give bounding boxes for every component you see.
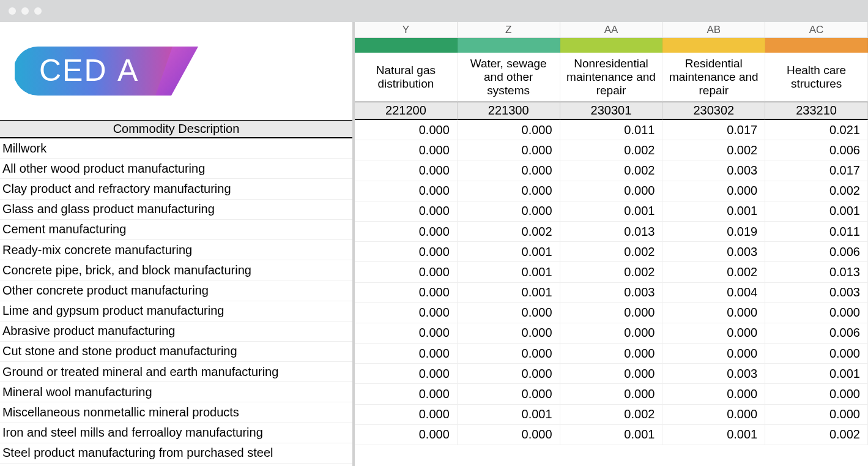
data-cell[interactable]: 0.002 — [662, 140, 765, 160]
data-cell[interactable]: 0.001 — [560, 425, 663, 445]
data-cell[interactable]: 0.002 — [560, 160, 663, 181]
data-cell[interactable]: 0.000 — [560, 344, 663, 364]
data-cell[interactable]: 0.000 — [662, 323, 765, 344]
data-cell[interactable]: 0.001 — [458, 262, 560, 282]
data-cell[interactable]: 0.000 — [355, 344, 458, 364]
data-cell[interactable]: 0.001 — [458, 405, 560, 425]
data-cell[interactable]: 0.000 — [355, 222, 458, 242]
data-cell[interactable]: 0.003 — [662, 364, 765, 384]
data-cell[interactable]: 0.000 — [355, 160, 458, 181]
data-cell[interactable]: 0.004 — [662, 283, 765, 303]
data-cell[interactable]: 0.013 — [765, 262, 868, 282]
data-cell[interactable]: 0.000 — [355, 384, 458, 404]
data-cell[interactable]: 0.000 — [458, 323, 560, 344]
data-cell[interactable]: 0.000 — [458, 344, 560, 364]
row-label[interactable]: Cut stone and stone product manufacturin… — [0, 342, 352, 362]
data-cell[interactable]: 0.000 — [458, 384, 560, 404]
data-cell[interactable]: 0.002 — [560, 262, 663, 282]
data-cell[interactable]: 0.000 — [355, 120, 458, 140]
data-cell[interactable]: 0.000 — [765, 344, 868, 364]
data-cell[interactable]: 0.000 — [560, 303, 663, 323]
row-label[interactable]: Other concrete product manufacturing — [0, 280, 352, 301]
data-cell[interactable]: 0.000 — [458, 160, 560, 181]
row-label[interactable]: Iron and steel mills and ferroalloy manu… — [0, 423, 352, 443]
data-cell[interactable]: 0.000 — [458, 364, 560, 384]
data-cell[interactable]: 0.021 — [765, 120, 868, 140]
row-label[interactable]: Miscellaneous nonmetallic mineral produc… — [0, 402, 352, 423]
data-cell[interactable]: 0.000 — [560, 323, 663, 344]
data-cell[interactable]: 0.000 — [458, 303, 560, 323]
data-cell[interactable]: 0.019 — [662, 222, 765, 242]
data-cell[interactable]: 0.002 — [560, 242, 663, 262]
row-label[interactable]: Abrasive product manufacturing — [0, 321, 352, 342]
data-cell[interactable]: 0.006 — [765, 242, 868, 262]
data-cell[interactable]: 0.000 — [662, 303, 765, 323]
row-label[interactable]: Cement manufacturing — [0, 220, 352, 240]
data-cell[interactable]: 0.000 — [560, 364, 663, 384]
data-cell[interactable]: 0.001 — [458, 283, 560, 303]
data-cell[interactable]: 0.000 — [355, 303, 458, 323]
data-cell[interactable]: 0.000 — [458, 425, 560, 445]
row-label[interactable]: Mineral wool manufacturing — [0, 382, 352, 402]
data-cell[interactable]: 0.002 — [560, 405, 663, 425]
column-letter[interactable]: AA — [560, 22, 663, 38]
data-cell[interactable]: 0.011 — [560, 120, 663, 140]
data-cell[interactable]: 0.003 — [662, 242, 765, 262]
row-label[interactable]: Ground or treated mineral and earth manu… — [0, 362, 352, 382]
data-cell[interactable]: 0.001 — [765, 201, 868, 222]
data-cell[interactable]: 0.000 — [765, 303, 868, 323]
row-label[interactable]: Concrete pipe, brick, and block manufact… — [0, 260, 352, 280]
column-letter[interactable]: Z — [458, 22, 560, 38]
column-letter[interactable]: Y — [355, 22, 458, 38]
data-cell[interactable]: 0.000 — [458, 181, 560, 201]
data-cell[interactable]: 0.017 — [662, 120, 765, 140]
data-cell[interactable]: 0.000 — [662, 405, 765, 425]
data-cell[interactable]: 0.002 — [560, 140, 663, 160]
data-cell[interactable]: 0.003 — [662, 160, 765, 181]
row-label[interactable]: Clay product and refractory manufacturin… — [0, 179, 352, 199]
data-cell[interactable]: 0.000 — [355, 181, 458, 201]
row-label[interactable]: Ready-mix concrete manufacturing — [0, 240, 352, 260]
data-cell[interactable]: 0.003 — [560, 283, 663, 303]
data-cell[interactable]: 0.000 — [355, 405, 458, 425]
data-cell[interactable]: 0.002 — [458, 222, 560, 242]
data-cell[interactable]: 0.017 — [765, 160, 868, 181]
row-label[interactable]: Glass and glass product manufacturing — [0, 200, 352, 220]
row-label[interactable]: Steel product manufacturing from purchas… — [0, 443, 352, 464]
data-cell[interactable]: 0.000 — [355, 283, 458, 303]
data-cell[interactable]: 0.001 — [662, 425, 765, 445]
data-cell[interactable]: 0.013 — [560, 222, 663, 242]
data-cell[interactable]: 0.000 — [355, 262, 458, 282]
data-cell[interactable]: 0.000 — [355, 323, 458, 344]
row-label[interactable]: All other wood product manufacturing — [0, 159, 352, 179]
data-cell[interactable]: 0.001 — [662, 201, 765, 222]
data-cell[interactable]: 0.000 — [662, 344, 765, 364]
data-cell[interactable]: 0.000 — [355, 140, 458, 160]
data-cell[interactable]: 0.002 — [765, 425, 868, 445]
data-cell[interactable]: 0.000 — [765, 384, 868, 404]
data-cell[interactable]: 0.000 — [355, 364, 458, 384]
data-cell[interactable]: 0.000 — [458, 140, 560, 160]
column-letter[interactable]: AB — [662, 22, 765, 38]
data-cell[interactable]: 0.002 — [765, 181, 868, 201]
data-cell[interactable]: 0.000 — [458, 120, 560, 140]
data-cell[interactable]: 0.001 — [458, 242, 560, 262]
data-cell[interactable]: 0.000 — [662, 181, 765, 201]
row-label[interactable]: Lime and gypsum product manufacturing — [0, 301, 352, 321]
data-cell[interactable]: 0.006 — [765, 323, 868, 344]
data-cell[interactable]: 0.000 — [560, 181, 663, 201]
data-cell[interactable]: 0.001 — [560, 201, 663, 222]
data-cell[interactable]: 0.000 — [560, 384, 663, 404]
data-cell[interactable]: 0.003 — [765, 283, 868, 303]
row-label[interactable]: Millwork — [0, 138, 352, 159]
data-cell[interactable]: 0.000 — [662, 384, 765, 404]
column-letter[interactable]: AC — [765, 22, 868, 38]
data-cell[interactable]: 0.000 — [355, 242, 458, 262]
data-cell[interactable]: 0.011 — [765, 222, 868, 242]
data-cell[interactable]: 0.000 — [355, 201, 458, 222]
data-cell[interactable]: 0.006 — [765, 140, 868, 160]
data-cell[interactable]: 0.002 — [662, 262, 765, 282]
data-cell[interactable]: 0.000 — [458, 201, 560, 222]
data-cell[interactable]: 0.000 — [355, 425, 458, 445]
data-cell[interactable]: 0.001 — [765, 364, 868, 384]
